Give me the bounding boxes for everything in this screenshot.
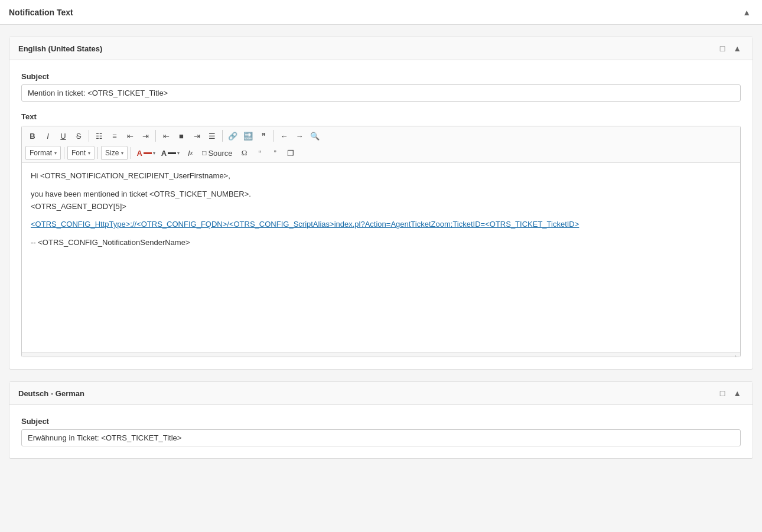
page-content: English (United States) □ ▲ Subject Text… — [0, 25, 762, 482]
section-german-controls: □ ▲ — [718, 388, 744, 399]
undo-button[interactable]: ← — [277, 129, 291, 143]
font-color-A: A — [136, 149, 142, 158]
header-collapse-button[interactable]: ▲ — [740, 7, 753, 18]
highlight-swatch — [168, 152, 176, 154]
section-english-minus-button[interactable]: □ — [718, 43, 727, 54]
separator-7 — [131, 147, 131, 159]
outdent-button[interactable]: ⇤ — [123, 129, 137, 143]
align-justify-button[interactable]: ☰ — [205, 129, 219, 143]
unordered-list-button[interactable]: ≡ — [108, 129, 122, 143]
font-label: Font — [71, 149, 86, 157]
unlink-button[interactable]: 🔜 — [241, 129, 255, 143]
highlight-arrow: ▾ — [177, 151, 180, 156]
italic-button[interactable]: I — [41, 129, 55, 143]
clear-format-button[interactable]: Ix — [183, 146, 197, 160]
close-quote-button[interactable]: ” — [268, 146, 282, 160]
highlight-A: A — [161, 149, 167, 158]
search-button[interactable]: 🔍 — [308, 129, 322, 143]
separator-1 — [89, 130, 89, 142]
section-english: English (United States) □ ▲ Subject Text… — [9, 37, 753, 370]
open-quote-button[interactable]: “ — [253, 146, 267, 160]
maximize-button[interactable]: ❐ — [284, 146, 298, 160]
section-german-body: Subject — [9, 405, 753, 458]
size-label: Size — [105, 149, 119, 157]
separator-3 — [222, 130, 223, 142]
separator-4 — [273, 130, 274, 142]
section-english-body: Subject Text B I U S ☷ ≡ ⇤ — [9, 60, 753, 369]
editor-link[interactable]: <OTRS_CONFIG_HttpType>://<OTRS_CONFIG_FQ… — [31, 220, 579, 229]
separator-5 — [64, 147, 64, 159]
format-label: Format — [30, 149, 52, 157]
section-english-collapse-button[interactable]: ▲ — [731, 43, 744, 54]
section-english-title: English (United States) — [18, 44, 102, 53]
strikethrough-button[interactable]: S — [71, 129, 86, 143]
format-dropdown[interactable]: Format ▾ — [25, 146, 61, 160]
editor-content[interactable]: Hi <OTRS_NOTIFICATION_RECIPIENT_UserFirs… — [22, 163, 740, 352]
align-right-button[interactable]: ⇥ — [190, 129, 204, 143]
separator-2 — [155, 130, 156, 142]
subject-label: Subject — [21, 72, 741, 81]
size-dropdown[interactable]: Size ▾ — [101, 146, 128, 160]
font-color-swatch — [144, 152, 152, 154]
editor-line3: <OTRS_CONFIG_HttpType>://<OTRS_CONFIG_FQ… — [31, 218, 731, 231]
font-dropdown[interactable]: Font ▾ — [67, 146, 95, 160]
editor-resize-handle[interactable]: ⌞ — [22, 352, 740, 357]
section-english-controls: □ ▲ — [718, 43, 744, 54]
section-german-title: Deutsch - German — [18, 389, 84, 398]
font-color-button[interactable]: A ▾ — [134, 146, 157, 160]
text-label: Text — [21, 112, 741, 121]
font-color-arrow: ▾ — [153, 151, 155, 156]
highlight-color-button[interactable]: A ▾ — [159, 146, 182, 160]
source-label: Source — [208, 149, 232, 158]
editor-line2: you have been mentioned in ticket <OTRS_… — [31, 188, 731, 213]
german-subject-label: Subject — [21, 417, 741, 426]
section-german-collapse-button[interactable]: ▲ — [731, 388, 744, 399]
page-header: Notification Text ▲ — [0, 0, 762, 25]
section-german-header: Deutsch - German □ ▲ — [9, 382, 753, 405]
separator-6 — [97, 147, 98, 159]
size-dropdown-arrow: ▾ — [121, 151, 123, 156]
section-english-header: English (United States) □ ▲ — [9, 37, 753, 60]
align-left-button[interactable]: ⇤ — [159, 129, 173, 143]
toolbar-row2: Format ▾ Font ▾ Size ▾ — [25, 146, 737, 160]
editor-toolbar: B I U S ☷ ≡ ⇤ ⇥ ⇤ ■ ⇥ ☰ — [22, 126, 740, 163]
editor-line4: -- <OTRS_CONFIG_NotificationSenderName> — [31, 237, 731, 249]
ordered-list-button[interactable]: ☷ — [92, 129, 106, 143]
indent-button[interactable]: ⇥ — [138, 129, 152, 143]
format-dropdown-arrow: ▾ — [54, 151, 57, 156]
link-button[interactable]: 🔗 — [226, 129, 240, 143]
german-subject-input[interactable] — [21, 429, 741, 446]
font-dropdown-arrow: ▾ — [88, 151, 90, 156]
source-icon: □ — [202, 149, 206, 157]
toolbar-row1: B I U S ☷ ≡ ⇤ ⇥ ⇤ ■ ⇥ ☰ — [25, 129, 737, 143]
resize-icon: ⌞ — [735, 351, 738, 358]
subject-input[interactable] — [21, 84, 741, 102]
special-chars-button[interactable]: Ω — [237, 146, 252, 160]
section-german-minus-button[interactable]: □ — [718, 388, 727, 399]
bold-button[interactable]: B — [25, 129, 40, 143]
align-center-button[interactable]: ■ — [174, 129, 188, 143]
redo-button[interactable]: → — [292, 129, 307, 143]
editor-line1: Hi <OTRS_NOTIFICATION_RECIPIENT_UserFirs… — [31, 170, 731, 182]
blockquote-button[interactable]: ❞ — [256, 129, 271, 143]
editor-wrapper: B I U S ☷ ≡ ⇤ ⇥ ⇤ ■ ⇥ ☰ — [21, 126, 741, 357]
source-button[interactable]: □ Source — [198, 146, 236, 160]
page-title: Notification Text — [9, 8, 73, 17]
section-german: Deutsch - German □ ▲ Subject — [9, 381, 753, 459]
underline-button[interactable]: U — [56, 129, 70, 143]
